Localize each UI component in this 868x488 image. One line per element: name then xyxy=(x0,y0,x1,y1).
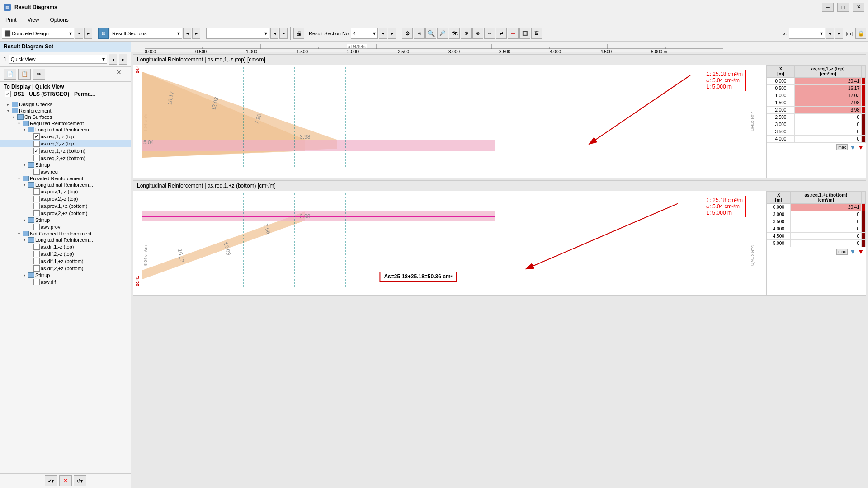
nav-next-2[interactable]: ▸ xyxy=(192,28,200,39)
lock-icon[interactable]: 🔒 xyxy=(855,28,866,39)
close-button[interactable]: ✕ xyxy=(853,3,864,12)
tree-item-as-dif-2-z-bottom[interactable]: as.dif,2,+z (bottom) xyxy=(0,265,131,272)
tree-item-as-prov-1-z-bottom[interactable]: as.prov,1,+z (bottom) xyxy=(0,202,131,210)
tree-item-longitudinal-reinforcement-3[interactable]: ▾Longitudinal Reinforcem... xyxy=(0,237,131,243)
close-sidebar-btn[interactable]: ✕ xyxy=(116,69,127,80)
tree-item-asw-prov[interactable]: asw,prov xyxy=(0,223,131,230)
top-filter-active[interactable]: ▼ xyxy=(849,144,856,151)
tree-expand-stirrup-2[interactable]: ▾ xyxy=(22,217,27,223)
tree-item-as-req-1-z-top[interactable]: ✓as.req,1,-z (top) xyxy=(0,133,131,140)
folder-checkbox-stirrup-1[interactable] xyxy=(28,162,34,168)
copy-set-btn[interactable]: 📋 xyxy=(18,69,31,80)
delete-btn[interactable]: ✕ xyxy=(59,475,72,486)
tool-2[interactable]: ⊕ xyxy=(461,28,472,39)
reset-btn[interactable]: ↺▾ xyxy=(74,475,86,486)
checkbox-as-dif-1-z-bottom[interactable] xyxy=(33,258,40,264)
checkbox-as-prov-1-z-bottom[interactable] xyxy=(33,203,40,209)
tree-item-as-prov-2-z-top[interactable]: as.prov,2,-z (top) xyxy=(0,195,131,202)
tree-item-as-req-2-z-top[interactable]: as.req,2,-z (top) xyxy=(0,140,131,147)
folder-checkbox-stirrup-2[interactable] xyxy=(28,217,34,223)
tree-item-stirrup-3[interactable]: ▾Stirrup xyxy=(0,272,131,278)
checkbox-as-req-2-z-bottom[interactable] xyxy=(33,155,40,161)
tree-item-asw-req[interactable]: asw,req xyxy=(0,168,131,175)
tree-item-longitudinal-reinforcement-2[interactable]: ▾Longitudinal Reinforcem... xyxy=(0,182,131,188)
top-max-btn[interactable]: max xyxy=(836,144,848,150)
checkbox-as-dif-1-z-top[interactable] xyxy=(33,244,40,250)
checkbox-as-prov-2-z-bottom[interactable] xyxy=(33,210,40,216)
bottom-filter[interactable]: ▼ xyxy=(858,248,864,255)
folder-checkbox-on-surfaces[interactable] xyxy=(17,114,24,120)
new-set-btn[interactable]: 📄 xyxy=(4,69,16,80)
result-section-no-dropdown[interactable]: 4 ▾ xyxy=(351,28,378,39)
nav-prev-2[interactable]: ◂ xyxy=(183,28,191,39)
tree-item-required-reinforcement[interactable]: ▾Required Reinforcement xyxy=(0,120,131,127)
folder-checkbox-design-checks[interactable] xyxy=(12,102,18,107)
tool-6[interactable]: — xyxy=(508,28,519,39)
zoom-out-icon[interactable]: 🔎 xyxy=(437,28,448,39)
apply-btn[interactable]: ✔▾ xyxy=(45,475,57,486)
print-btn[interactable]: 🖨 xyxy=(414,28,425,39)
nav-prev-4[interactable]: ◂ xyxy=(379,28,387,39)
tool-5[interactable]: ⇄ xyxy=(496,28,507,39)
menu-options[interactable]: Options xyxy=(48,16,70,24)
zoom-in-icon[interactable]: 🔍 xyxy=(425,28,436,39)
folder-checkbox-reinforcement[interactable] xyxy=(12,108,18,113)
tree-expand-reinforcement[interactable]: ▾ xyxy=(5,108,11,113)
maximize-button[interactable]: □ xyxy=(837,3,849,12)
tree-item-as-prov-2-z-bottom[interactable]: as.prov,2,+z (bottom) xyxy=(0,210,131,217)
nav-next-1[interactable]: ▸ xyxy=(84,28,92,39)
tree-item-not-covered-reinforcement[interactable]: ▾Not Covered Reinforcement xyxy=(0,230,131,237)
tree-item-as-dif-1-z-bottom[interactable]: as.dif,1,+z (bottom) xyxy=(0,258,131,265)
nav-x-prev[interactable]: ◂ xyxy=(826,28,834,39)
tool-4[interactable]: ↔ xyxy=(484,28,495,39)
folder-checkbox-longitudinal-reinforcement-1[interactable] xyxy=(28,127,34,132)
checkbox-as-dif-2-z-top[interactable] xyxy=(33,251,40,257)
cursor-icon[interactable]: ⚙ xyxy=(402,28,413,39)
tree-item-asw-dif[interactable]: asw,dif xyxy=(0,278,131,286)
tree-item-stirrup-2[interactable]: ▾Stirrup xyxy=(0,217,131,223)
top-filter[interactable]: ▼ xyxy=(858,144,864,151)
tree-expand-longitudinal-reinforcement-2[interactable]: ▾ xyxy=(22,182,27,188)
nav-next-3[interactable]: ▸ xyxy=(279,28,288,39)
menu-print[interactable]: Print xyxy=(4,16,19,24)
set-next[interactable]: ▸ xyxy=(119,54,127,65)
tree-item-as-dif-1-z-top[interactable]: as.dif,1,-z (top) xyxy=(0,243,131,250)
tree-item-on-surfaces[interactable]: ▾On Surfaces xyxy=(0,114,131,120)
tree-expand-design-checks[interactable]: ▸ xyxy=(5,102,11,107)
tree-expand-longitudinal-reinforcement-3[interactable]: ▾ xyxy=(22,237,27,243)
checkbox-asw-req[interactable] xyxy=(33,169,40,175)
empty-dropdown[interactable]: ▾ xyxy=(206,28,269,39)
tree-item-stirrup-1[interactable]: ▾Stirrup xyxy=(0,162,131,168)
checkbox-as-prov-1-z-top[interactable] xyxy=(33,188,40,195)
ds1-checkbox[interactable]: ✓ xyxy=(5,91,11,97)
tree-expand-on-surfaces[interactable]: ▾ xyxy=(11,114,16,120)
checkbox-as-req-2-z-top[interactable] xyxy=(33,141,40,147)
tool-7[interactable]: 🔲 xyxy=(519,28,530,39)
minimize-button[interactable]: ─ xyxy=(822,3,834,12)
nav-prev-3[interactable]: ◂ xyxy=(270,28,278,39)
tool-1[interactable]: 🗺 xyxy=(449,28,460,39)
tree-expand-not-covered-reinforcement[interactable]: ▾ xyxy=(16,231,22,236)
nav-prev-1[interactable]: ◂ xyxy=(75,28,83,39)
checkbox-as-prov-2-z-top[interactable] xyxy=(33,196,40,202)
result-sections-dropdown[interactable]: Result Sections ▾ xyxy=(110,28,182,39)
concrete-design-dropdown[interactable]: ⬛ Concrete Design ▾ xyxy=(2,28,74,39)
tree-item-as-req-1-z-bottom[interactable]: ✓as.req,1,+z (bottom) xyxy=(0,147,131,155)
set-name-dropdown[interactable]: Quick View ▾ xyxy=(9,55,107,64)
checkbox-as-dif-2-z-bottom[interactable] xyxy=(33,265,40,272)
nav-next-4[interactable]: ▸ xyxy=(388,28,396,39)
tree-expand-stirrup-3[interactable]: ▾ xyxy=(22,272,27,278)
folder-checkbox-longitudinal-reinforcement-3[interactable] xyxy=(28,237,34,243)
folder-checkbox-required-reinforcement[interactable] xyxy=(23,121,29,126)
nav-x-next[interactable]: ▸ xyxy=(835,28,843,39)
tree-expand-required-reinforcement[interactable]: ▾ xyxy=(16,121,22,126)
tree-expand-longitudinal-reinforcement-1[interactable]: ▾ xyxy=(22,127,27,132)
checkbox-as-req-1-z-bottom[interactable]: ✓ xyxy=(33,148,40,154)
tree-item-reinforcement[interactable]: ▾Reinforcement xyxy=(0,108,131,114)
bottom-max-btn[interactable]: max xyxy=(836,249,848,255)
folder-checkbox-not-covered-reinforcement[interactable] xyxy=(23,231,29,236)
tool-3[interactable]: ⊗ xyxy=(472,28,483,39)
tree-item-longitudinal-reinforcement-1[interactable]: ▾Longitudinal Reinforcem... xyxy=(0,127,131,133)
tree-item-design-checks[interactable]: ▸Design Checks xyxy=(0,101,131,108)
folder-checkbox-provided-reinforcement[interactable] xyxy=(23,176,29,181)
